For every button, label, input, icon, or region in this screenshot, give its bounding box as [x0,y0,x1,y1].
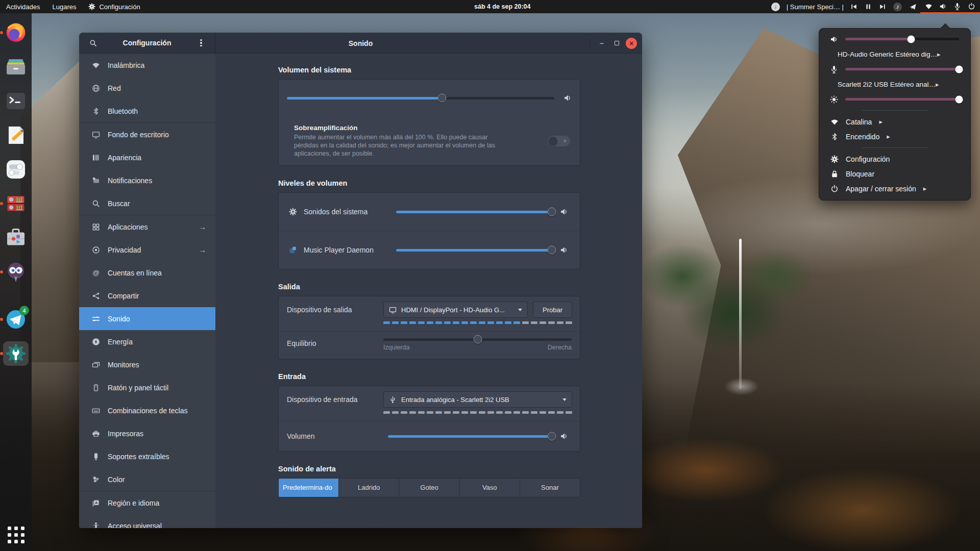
pause-button[interactable] [861,0,875,13]
sidebar-item-inalambrica[interactable]: Inalámbrica [79,54,215,77]
sidebar-item-raton-y-panel-tactil[interactable]: Ratón y panel táctil [79,376,215,399]
sidebar-item-compartir[interactable]: Compartir [79,284,215,307]
meter-segment [513,321,520,324]
output-device-dropdown[interactable]: HDMI / DisplayPort - HD-Audio G... [383,302,528,318]
sidebar-item-region-e-idioma[interactable]: ARegión e idioma [79,491,215,514]
menu-kebab-button[interactable] [193,36,209,50]
alert-sound-option-predetermina-do[interactable]: Predetermina-do [279,479,339,497]
system-status-menu-button[interactable] [920,0,980,13]
menu-input-device-item[interactable]: Scarlett 2i2 USB Estéreo anal…▸ [819,77,946,92]
restore-button[interactable] [611,38,622,49]
sidebar-item-soportes-extraibles[interactable]: Soportes extraíbles [79,445,215,468]
slider-knob[interactable] [548,208,556,216]
wifi-icon [830,118,839,126]
sidebar-item-red[interactable]: Red [79,77,215,99]
meter-segment [444,321,451,324]
overamplification-toggle[interactable]: × [547,135,571,147]
dock-item-terminal[interactable] [3,89,29,113]
sidebar-item-buscar[interactable]: Buscar [79,192,215,215]
places-button[interactable]: Lugares [46,0,82,13]
wallpaper-waterfall [739,239,742,389]
app-volume-slider[interactable] [396,245,552,255]
sidebar-item-sonido[interactable]: Sonido [79,307,215,330]
sidebar-item-apariencia[interactable]: Apariencia [79,146,215,169]
alert-sound-options: Predetermina-doLadridoGoteoVasoSonar [278,478,580,497]
sidebar-item-monitores[interactable]: Monitores [79,353,215,376]
menu-item-bluetooth[interactable]: Encendido▸ [819,129,897,144]
meter-segment [540,321,546,324]
input-device-dropdown[interactable]: Entrada analógica - Scarlett 2i2 USB [383,391,572,408]
slider-knob[interactable] [955,65,963,73]
meter-segment [513,411,520,414]
slider-knob[interactable] [548,432,556,441]
output-section: Salida Dispositivo de salida HDMI / Disp… [278,283,580,359]
titlebar[interactable]: Configuración Sonido − × [79,33,642,54]
system-volume-slider[interactable] [287,93,554,103]
dock-item-chat[interactable] [3,260,29,284]
menu-item-power-off[interactable]: Apagar / cerrar sesión▸ [819,181,934,196]
media-title[interactable]: | Summer Speci… | [783,3,847,11]
slider-knob[interactable] [548,246,556,255]
dock-item-firefox[interactable] [3,20,29,45]
sidebar-item-cuentas-en-linea[interactable]: @Cuentas en línea [79,261,215,284]
next-track-button[interactable] [875,0,890,13]
input-card: Dispositivo de entrada Entrada analógica… [278,386,580,452]
dock-item-telegram[interactable]: 4 [3,307,29,332]
usb-icon [389,396,397,404]
sidebar-item-acceso-universal[interactable]: Acceso universal [79,514,215,528]
sidebar-item-combinaciones-de-teclas[interactable]: Combinaciones de teclas [79,399,215,422]
menu-item-lock[interactable]: Bloquear [819,166,881,181]
volume-slider[interactable] [845,35,959,44]
dock-item-settings[interactable] [3,341,29,366]
show-applications-button[interactable] [6,524,26,545]
sidebar-item-aplicaciones[interactable]: Aplicaciones→ [79,215,215,238]
dock-item-files[interactable] [3,55,29,79]
slider-knob[interactable] [908,35,915,43]
sidebar: InalámbricaRedBluetoothFondo de escritor… [79,54,215,528]
brightness-slider[interactable] [845,95,959,104]
dock-item-software[interactable] [3,226,29,250]
clock[interactable]: sáb 4 de sep 20:04 [474,0,530,13]
meter-segment [418,411,425,414]
alert-sound-option-vaso[interactable]: Vaso [460,479,520,497]
telegram-indicator-icon[interactable] [905,0,920,13]
dock-item-tweaks[interactable] [3,157,29,182]
sidebar-item-fondo-de-escritorio[interactable]: Fondo de escritorio [79,123,215,146]
lock-icon [830,170,839,178]
alert-sound-option-ladrido[interactable]: Ladrido [339,479,399,497]
menu-output-device-item[interactable]: HD-Audio Generic Estéreo dig…▸ [819,46,948,62]
app-name: Music Player Daemon [304,246,391,254]
menu-item-wifi[interactable]: Catalina▸ [819,114,890,129]
sidebar-item-energia[interactable]: Energía [79,330,215,353]
test-output-button[interactable]: Probar [533,302,572,318]
minimize-button[interactable]: − [596,38,607,49]
sidebar-item-bluetooth[interactable]: Bluetooth [79,99,215,122]
input-volume-slider[interactable] [388,432,552,441]
menu-item-settings[interactable]: Configuración [819,152,897,166]
mpd-indicator-icon[interactable]: ♪ [768,0,783,13]
sidebar-item-label: Ratón y panel táctil [108,384,206,392]
microphone-slider[interactable] [845,65,959,74]
meter-segment [479,411,485,414]
sidebar-item-notificaciones[interactable]: Notificaciones [79,169,215,192]
sidebar-item-color[interactable]: Color [79,468,215,491]
grid-icon [91,223,100,231]
activities-button[interactable]: Actividades [0,0,46,13]
sidebar-item-privacidad[interactable]: Privacidad→ [79,238,215,261]
dock-item-text-editor[interactable] [3,123,29,147]
search-button[interactable] [85,36,101,50]
app-menu-button[interactable]: Configuración [82,0,146,13]
sidebar-item-impresoras[interactable]: Impresoras [79,422,215,445]
slider-knob[interactable] [955,95,963,103]
app-volume-slider[interactable] [396,207,552,216]
slider-knob[interactable] [473,335,482,344]
speaker-icon [556,432,572,440]
alert-sound-option-sonar[interactable]: Sonar [520,479,580,497]
balance-slider[interactable] [383,335,572,344]
slider-knob[interactable] [437,94,446,103]
media-player-indicator-icon[interactable]: ♪ [890,0,905,13]
close-button[interactable]: × [626,38,637,49]
dock-item-music-player[interactable] [3,191,29,216]
previous-track-button[interactable] [847,0,861,13]
alert-sound-option-goteo[interactable]: Goteo [399,479,459,497]
